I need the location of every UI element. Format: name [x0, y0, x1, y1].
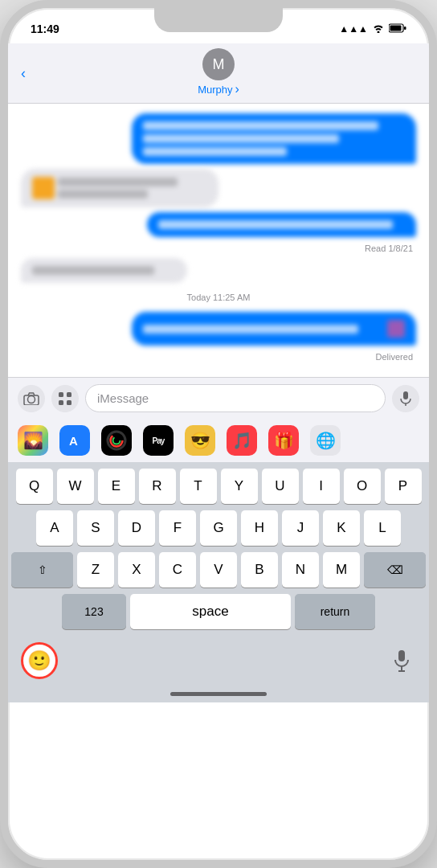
keyboard: Q W E R T Y U I O P A S D F G H J K L ⇧ …	[8, 462, 429, 639]
message-row	[21, 113, 416, 164]
backspace-key[interactable]: ⌫	[364, 552, 426, 588]
mic-button[interactable]	[387, 646, 416, 675]
key-g[interactable]: G	[200, 510, 237, 546]
emoji-button[interactable]: 🙂	[21, 642, 58, 679]
key-w[interactable]: W	[57, 469, 94, 504]
app-bar: 🌄 A Pay 😎 🎵 🎁 🌐	[8, 419, 429, 462]
giftcard-app-icon[interactable]: 🎁	[268, 425, 299, 456]
key-h[interactable]: H	[241, 510, 278, 546]
keyboard-row-3: ⇧ Z X C V B N M ⌫	[11, 552, 426, 588]
space-key[interactable]: space	[130, 594, 291, 629]
key-z[interactable]: Z	[77, 552, 114, 588]
svg-point-14	[113, 437, 120, 444]
appstore-app-icon[interactable]: A	[59, 425, 90, 456]
key-b[interactable]: B	[241, 552, 278, 588]
svg-rect-15	[398, 650, 405, 661]
key-n[interactable]: N	[282, 552, 319, 588]
svg-rect-9	[403, 391, 408, 399]
wifi-icon	[372, 23, 385, 35]
status-time: 11:49	[31, 23, 59, 35]
signal-icon: ▲▲▲	[339, 23, 368, 35]
applepay-app-icon[interactable]: Pay	[143, 425, 174, 456]
key-r[interactable]: R	[139, 469, 176, 504]
bottom-bar: 🙂	[8, 639, 429, 692]
notch	[154, 8, 283, 32]
activity-app-icon[interactable]	[101, 425, 132, 456]
message-header: ‹ M Murphy	[8, 43, 429, 104]
message-bubble[interactable]	[21, 258, 187, 283]
message-meta: Read 1/8/21	[24, 244, 413, 253]
key-s[interactable]: S	[77, 510, 114, 546]
svg-rect-7	[59, 400, 63, 405]
shift-key[interactable]: ⇧	[11, 552, 73, 588]
memoji-app-icon[interactable]: 😎	[185, 425, 215, 456]
message-row	[21, 212, 416, 237]
key-p[interactable]: P	[385, 469, 422, 504]
key-k[interactable]: K	[323, 510, 360, 546]
key-d[interactable]: D	[118, 510, 155, 546]
message-bubble[interactable]	[132, 312, 416, 346]
message-row	[21, 312, 416, 346]
key-x[interactable]: X	[118, 552, 155, 588]
key-o[interactable]: O	[344, 469, 381, 504]
message-bubble[interactable]	[21, 169, 218, 207]
music-app-icon[interactable]: 🎵	[227, 425, 257, 456]
input-area: iMessage	[8, 377, 429, 419]
message-input[interactable]: iMessage	[85, 384, 386, 412]
photos-app-icon[interactable]: 🌄	[18, 425, 48, 456]
key-c[interactable]: C	[159, 552, 196, 588]
keyboard-row-1: Q W E R T Y U I O P	[11, 469, 426, 504]
keyboard-row-2: A S D F G H J K L	[11, 510, 426, 546]
voice-button[interactable]	[392, 385, 419, 412]
key-y[interactable]: Y	[221, 469, 258, 504]
key-j[interactable]: J	[282, 510, 319, 546]
return-key[interactable]: return	[295, 594, 375, 629]
message-row	[21, 258, 416, 283]
svg-rect-8	[67, 400, 71, 405]
battery-icon	[389, 23, 406, 35]
key-e[interactable]: E	[98, 469, 135, 504]
timestamp: Today 11:25 AM	[21, 293, 416, 302]
key-l[interactable]: L	[364, 510, 401, 546]
key-f[interactable]: F	[159, 510, 196, 546]
messages-area: Read 1/8/21 Today 11:25 AM Delivered	[8, 104, 429, 377]
svg-point-3	[28, 395, 35, 403]
message-meta: Delivered	[24, 352, 413, 362]
svg-rect-2	[404, 27, 406, 30]
svg-text:A: A	[69, 434, 78, 448]
numbers-key[interactable]: 123	[62, 594, 126, 629]
key-u[interactable]: U	[262, 469, 299, 504]
camera-button[interactable]	[18, 385, 45, 412]
message-bubble[interactable]	[147, 212, 416, 237]
key-v[interactable]: V	[200, 552, 237, 588]
key-a[interactable]: A	[36, 510, 73, 546]
phone-frame: 11:49 ▲▲▲ ‹ M Murphy	[0, 0, 437, 868]
back-button[interactable]: ‹	[21, 65, 26, 82]
contact-avatar[interactable]: M	[202, 48, 235, 80]
contact-name[interactable]: Murphy	[198, 82, 239, 96]
home-bar	[170, 692, 267, 696]
key-q[interactable]: Q	[16, 469, 53, 504]
key-m[interactable]: M	[323, 552, 360, 588]
svg-rect-5	[59, 392, 63, 397]
svg-rect-1	[390, 25, 402, 31]
home-indicator	[8, 692, 429, 702]
key-i[interactable]: I	[303, 469, 340, 504]
keyboard-row-4: 123 space return	[11, 594, 426, 629]
message-row	[21, 169, 416, 207]
status-icons: ▲▲▲	[339, 23, 406, 35]
key-t[interactable]: T	[180, 469, 217, 504]
message-bubble[interactable]	[132, 113, 416, 164]
svg-rect-6	[67, 392, 71, 397]
apps-button[interactable]	[51, 385, 79, 412]
more-app-icon[interactable]: 🌐	[310, 425, 341, 456]
